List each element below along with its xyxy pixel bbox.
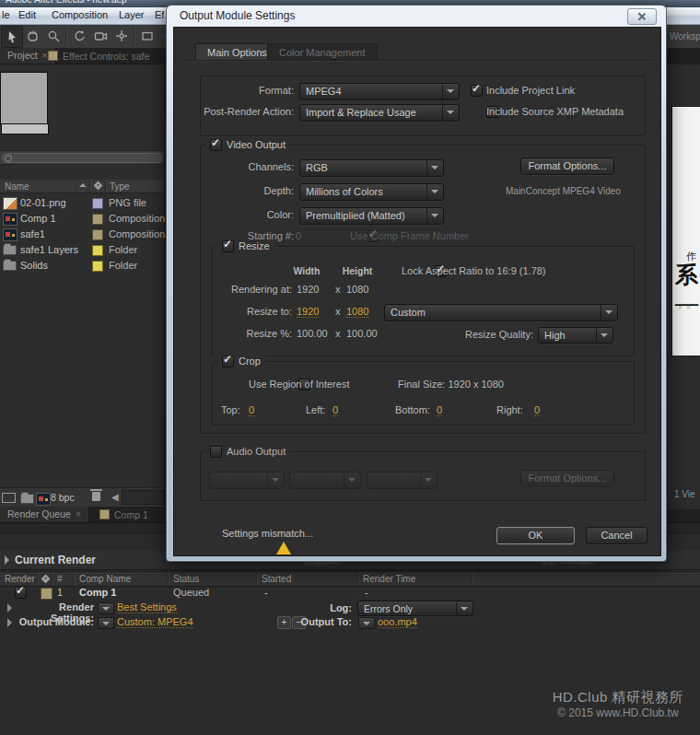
post-render-action-label: Post-Render Action: (202, 106, 294, 118)
close-button[interactable] (627, 8, 657, 25)
menu-edit[interactable]: Edit (18, 9, 36, 20)
resize-toggle: Resize (217, 239, 274, 252)
zoom-tool-icon[interactable] (43, 26, 64, 46)
color-dropdown[interactable]: Premultiplied (Matted) (299, 207, 444, 225)
audio-output-checkbox[interactable] (210, 446, 222, 458)
tab-effect-controls[interactable]: Effect Controls: safe (41, 48, 157, 64)
add-output-module-button[interactable]: + (277, 616, 291, 629)
resize-quality-dropdown[interactable]: High (538, 327, 613, 344)
watermark: HD.Club 精研視務所 © 2015 www.HD.Club.tw (553, 689, 683, 719)
composition-icon (3, 213, 18, 226)
audio-format-options-button[interactable]: Format Options... (520, 470, 614, 487)
crop-checkbox[interactable] (222, 356, 234, 368)
col-render[interactable]: Render (5, 574, 35, 584)
view-count-label[interactable]: 1 Vie (674, 489, 695, 499)
crop-bottom-field[interactable]: 0 (437, 404, 442, 416)
row-number: 1 (57, 587, 63, 598)
expand-arrow-icon[interactable] (7, 603, 12, 612)
depth-dropdown[interactable]: Millions of Colors (299, 183, 444, 201)
expand-arrow-icon[interactable] (7, 618, 12, 627)
label-swatch[interactable] (92, 198, 103, 209)
resize-width-field[interactable]: 1920 (297, 306, 319, 318)
selection-tool-icon[interactable] (1, 26, 23, 48)
menu-file[interactable]: le (2, 9, 10, 20)
tab-color-management[interactable]: Color Management (267, 43, 378, 61)
bit-depth-label[interactable]: 8 bpc (51, 492, 75, 503)
output-module-value[interactable]: Custom: MPEG4 (117, 616, 193, 628)
rotate-tool-icon[interactable] (69, 26, 89, 46)
crop-right-field[interactable]: 0 (534, 404, 540, 416)
crop-left-field[interactable]: 0 (332, 404, 338, 416)
collapse-arrow-icon[interactable]: ◀ (111, 492, 119, 502)
project-item[interactable]: Solids Folder (0, 258, 164, 274)
hand-tool-icon[interactable] (22, 26, 42, 46)
search-input[interactable] (2, 153, 162, 163)
format-options-button[interactable]: Format Options... (520, 158, 614, 175)
output-to-value[interactable]: ooo.mp4 (378, 616, 417, 628)
render-settings-value[interactable]: Best Settings (117, 601, 177, 613)
tag-icon[interactable] (94, 181, 103, 191)
render-checkbox[interactable] (15, 587, 27, 599)
project-item[interactable]: 02-01.png PNG file (0, 195, 164, 211)
new-composition-icon[interactable] (36, 493, 51, 506)
render-settings-dropdown[interactable] (98, 602, 114, 614)
include-project-link-checkbox[interactable] (471, 85, 483, 97)
output-module-label: Output Module: (18, 616, 94, 627)
audio-depth-dropdown[interactable] (289, 472, 361, 489)
crop-top-field[interactable]: 0 (249, 404, 254, 416)
tab-comp-1[interactable]: Comp 1 (92, 507, 156, 522)
ok-button[interactable]: OK (496, 527, 575, 544)
chevron-down-icon (426, 160, 443, 176)
label-swatch[interactable] (92, 229, 103, 240)
col-status[interactable]: Status (173, 574, 199, 584)
pan-behind-tool-icon[interactable] (111, 26, 132, 46)
comp-color-swatch (48, 51, 58, 61)
close-icon[interactable]: × (76, 509, 81, 519)
label-swatch[interactable] (92, 214, 103, 225)
video-output-checkbox[interactable] (210, 139, 222, 151)
final-size-label: Final Size: 1920 x 1080 (398, 379, 504, 391)
resize-checkbox[interactable] (222, 240, 234, 252)
workspace-label[interactable]: Worksp (670, 31, 700, 41)
col-number[interactable]: # (57, 574, 63, 584)
col-started[interactable]: Started (262, 574, 291, 584)
label-swatch[interactable] (92, 245, 103, 256)
tab-render-queue[interactable]: Render Queue× (0, 507, 89, 522)
png-file-icon (3, 197, 18, 210)
label-swatch[interactable] (92, 261, 103, 272)
expand-arrow-icon[interactable] (5, 555, 9, 565)
sort-asc-icon (79, 183, 87, 187)
project-item[interactable]: Comp 1 Composition (0, 211, 164, 227)
audio-rate-dropdown[interactable] (209, 472, 285, 489)
menu-composition[interactable]: Composition (52, 9, 108, 20)
column-name[interactable]: Name (5, 181, 29, 192)
format-dropdown[interactable]: MPEG4 (299, 83, 460, 100)
label-swatch[interactable] (41, 588, 52, 600)
lock-aspect-label: Lock Aspect Ratio to 16:9 (1.78) (402, 265, 546, 277)
camera-tool-icon[interactable] (90, 26, 111, 46)
col-render-time[interactable]: Render Time (363, 574, 415, 584)
render-queue-row: 1 Comp 1 Queued - - (0, 586, 700, 600)
col-comp-name[interactable]: Comp Name (79, 574, 131, 584)
post-render-action-dropdown[interactable]: Import & Replace Usage (299, 104, 460, 122)
new-folder-icon[interactable] (20, 494, 34, 504)
interpret-footage-icon[interactable] (2, 493, 16, 503)
resize-height-field[interactable]: 1080 (346, 306, 368, 318)
project-item[interactable]: safe1 Layers Folder (0, 242, 164, 258)
settings-mismatch-label[interactable]: Settings mismatch... (222, 528, 313, 540)
menu-layer[interactable]: Layer (119, 9, 145, 20)
menu-effect[interactable]: Ef (155, 9, 164, 20)
output-module-dropdown[interactable] (98, 617, 114, 629)
starting-number-value[interactable]: 0 (296, 230, 301, 242)
tag-icon[interactable] (41, 575, 51, 584)
mask-shape-tool-icon[interactable] (137, 26, 158, 46)
log-dropdown[interactable]: Errors Only (357, 601, 473, 616)
project-item[interactable]: safe1 Composition (0, 227, 164, 242)
output-to-dropdown[interactable] (358, 617, 375, 629)
cancel-button[interactable]: Cancel (586, 527, 648, 544)
channels-dropdown[interactable]: RGB (299, 159, 444, 177)
audio-channels-dropdown[interactable] (367, 472, 438, 489)
trash-icon[interactable] (92, 492, 100, 501)
resize-preset-dropdown[interactable]: Custom (384, 304, 618, 321)
column-type[interactable]: Type (110, 181, 130, 192)
